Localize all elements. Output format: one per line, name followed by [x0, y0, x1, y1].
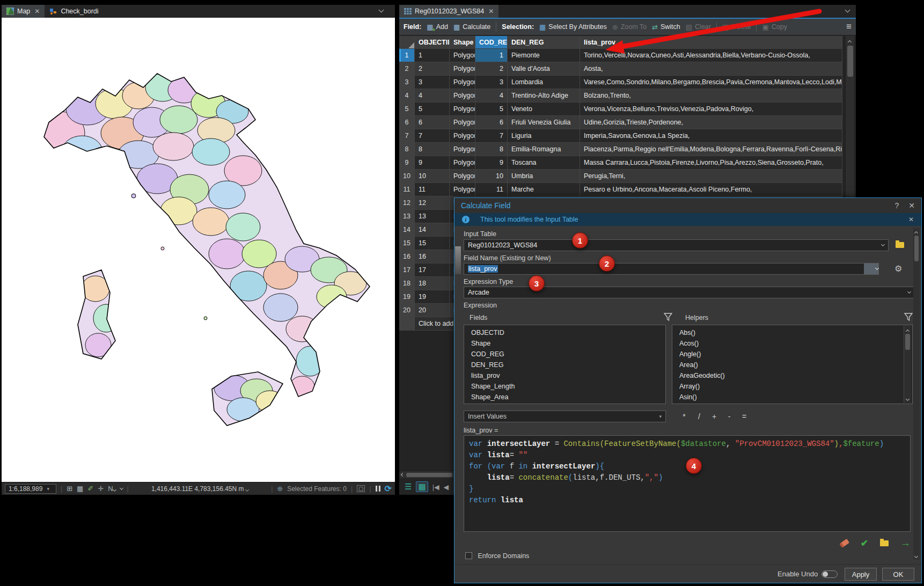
province-region[interactable]: [226, 213, 260, 241]
row-selector[interactable]: 9: [399, 156, 415, 170]
snap-icon[interactable]: ✛: [98, 485, 104, 493]
row-selector[interactable]: 5: [399, 102, 415, 116]
province-region[interactable]: [160, 197, 197, 225]
apply-button[interactable]: Apply: [845, 568, 877, 581]
table-cell[interactable]: Toscana: [508, 156, 580, 170]
row-selector[interactable]: 6: [399, 116, 415, 129]
row-selector[interactable]: 1: [399, 49, 415, 62]
helper-list-item[interactable]: Asin(): [672, 392, 912, 402]
helper-list-item[interactable]: Angle(): [672, 349, 912, 360]
select-by-attributes-button[interactable]: ▦Select By Attributes: [539, 23, 607, 31]
province-region[interactable]: [193, 208, 229, 236]
field-name-dropdown-button[interactable]: [864, 263, 878, 274]
row-selector[interactable]: 12: [399, 196, 415, 210]
enforce-domains-checkbox[interactable]: [465, 552, 472, 559]
close-icon[interactable]: ✕: [34, 8, 40, 15]
helpers-listbox[interactable]: Abs()Acos()Angle()Area()AreaGeodetic()Ar…: [672, 325, 913, 404]
zoom-to-button[interactable]: ⊕Zoom To: [612, 23, 647, 31]
table-cell[interactable]: Polygon: [450, 62, 475, 76]
lasso-icon[interactable]: ▢: [357, 485, 365, 492]
table-cell[interactable]: Perugia,Terni,: [580, 170, 842, 183]
table-cell[interactable]: 10: [415, 170, 450, 183]
table-cell[interactable]: Aosta,: [580, 62, 842, 76]
enable-undo-toggle[interactable]: [822, 570, 838, 578]
table-cell[interactable]: Polygon: [450, 143, 475, 156]
row-selector[interactable]: 17: [399, 263, 415, 277]
table-cell[interactable]: Marche: [508, 183, 580, 196]
table-cell[interactable]: 2: [415, 62, 450, 76]
table-cell[interactable]: 1: [415, 49, 450, 62]
table-cell[interactable]: 17: [415, 263, 450, 277]
pane-menu-chevron-icon[interactable]: [379, 8, 384, 13]
table-cell[interactable]: Polygon: [450, 76, 475, 89]
row-selector[interactable]: 14: [399, 223, 415, 237]
dialog-titlebar[interactable]: Calculate Field ? ✕: [454, 198, 921, 213]
province-region[interactable]: [153, 133, 194, 160]
table-cell[interactable]: 4: [475, 89, 508, 102]
column-header-cod_reg[interactable]: COD_REG: [475, 36, 508, 49]
helper-list-item[interactable]: Array(): [672, 381, 912, 392]
table-cell[interactable]: 6: [475, 116, 508, 129]
table-cell[interactable]: 16: [415, 250, 450, 263]
province-region[interactable]: [87, 146, 125, 173]
operator-button[interactable]: /: [695, 412, 703, 421]
row-selector[interactable]: 8: [399, 143, 415, 156]
row-selector[interactable]: 2: [399, 62, 415, 76]
dialog-grip[interactable]: [455, 246, 461, 274]
expression-code-editor[interactable]: var intersectLayer = Contains(FeatureSet…: [464, 435, 911, 532]
row-selector[interactable]: 19: [399, 290, 415, 304]
north-arrow-icon[interactable]: N: [108, 485, 115, 493]
province-region[interactable]: [160, 106, 197, 134]
row-selector[interactable]: 16: [399, 250, 415, 263]
table-cell[interactable]: Massa Carrara,Lucca,Pistoia,Firenze,Livo…: [580, 156, 842, 170]
delete-selection-button[interactable]: ▤Delete: [722, 23, 751, 31]
column-header-shape[interactable]: Shape *: [450, 36, 475, 49]
table-cell[interactable]: Liguria: [508, 129, 580, 143]
table-cell[interactable]: Polygon: [450, 156, 475, 170]
province-region[interactable]: [289, 376, 315, 400]
table-view-icon[interactable]: ▦: [416, 481, 428, 492]
table-row[interactable]: 11Polygon1PiemonteTorino,Vercelli,Novara…: [399, 49, 844, 62]
province-region[interactable]: [209, 181, 245, 209]
grid-icon[interactable]: ▦: [77, 485, 83, 493]
fields-filter-icon[interactable]: [664, 313, 672, 321]
column-header-lista_prov[interactable]: lista_prov: [580, 36, 842, 49]
add-feature-icon[interactable]: ⊞: [67, 485, 72, 493]
tab-map[interactable]: Map ✕: [2, 5, 45, 18]
province-region[interactable]: [192, 138, 230, 165]
province-region[interactable]: [317, 285, 347, 309]
table-cell[interactable]: 1: [475, 49, 508, 62]
table-cell[interactable]: 8: [415, 143, 450, 156]
refresh-icon[interactable]: ⟳: [385, 484, 392, 494]
table-cell[interactable]: 6: [415, 116, 450, 129]
sketch-icon[interactable]: ✐: [87, 485, 93, 493]
table-cell[interactable]: 10: [475, 170, 508, 183]
table-cell[interactable]: 11: [415, 183, 450, 196]
pane-menu-chevron-icon[interactable]: [845, 8, 850, 13]
operator-button[interactable]: =: [740, 412, 749, 421]
table-cell[interactable]: 11: [475, 183, 508, 196]
close-icon[interactable]: ✕: [908, 201, 915, 210]
fields-listbox[interactable]: OBJECTIDShapeCOD_REGDEN_REGlista_provSha…: [464, 325, 666, 404]
table-row[interactable]: 88Polygon8Emilia-RomagnaPiacenza,Parma,R…: [399, 143, 844, 156]
scale-combobox[interactable]: 1:6,188,989 ▾: [5, 484, 56, 494]
helpers-scrollbar[interactable]: [904, 326, 911, 403]
province-region[interactable]: [263, 294, 298, 321]
table-cell[interactable]: Pesaro e Urbino,Ancona,Macerata,Ascoli P…: [580, 183, 842, 196]
pause-drawing-icon[interactable]: [376, 486, 380, 492]
row-selector[interactable]: 15: [399, 237, 415, 250]
statusbar-chevron-icon[interactable]: [119, 486, 123, 489]
table-row[interactable]: 66Polygon6Friuli Venezia GiuliaUdine,Gor…: [399, 116, 844, 129]
field-list-item[interactable]: DEN_REG: [464, 360, 665, 370]
table-cell[interactable]: 8: [475, 143, 508, 156]
column-header-objectid[interactable]: OBJECTID *: [415, 36, 450, 49]
table-cell[interactable]: Emilia-Romagna: [508, 143, 580, 156]
table-cell[interactable]: Polygon: [450, 116, 475, 129]
table-cell[interactable]: Lombardia: [508, 76, 580, 89]
table-row[interactable]: 44Polygon4Trentino-Alto AdigeBolzano,Tre…: [399, 89, 844, 102]
table-cell[interactable]: 19: [415, 290, 450, 304]
table-row[interactable]: 99Polygon9ToscanaMassa Carrara,Lucca,Pis…: [399, 156, 844, 170]
row-selector[interactable]: 18: [399, 277, 415, 290]
info-close-icon[interactable]: ✕: [908, 216, 914, 223]
operator-button[interactable]: +: [710, 412, 718, 421]
